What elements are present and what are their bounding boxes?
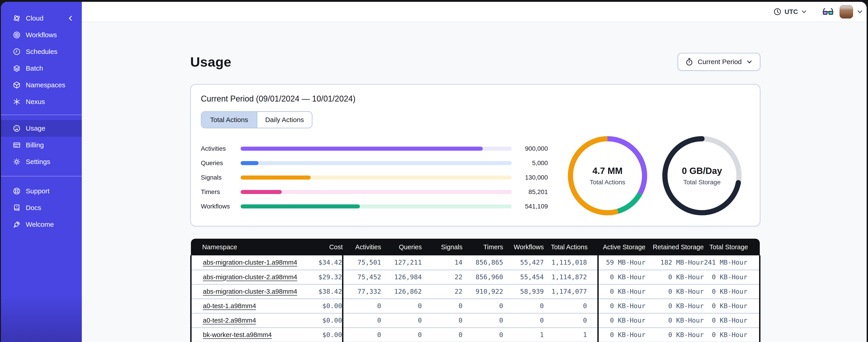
value-cell: 0 xyxy=(544,299,598,313)
value-cell: 0 KB-Hour xyxy=(646,313,704,328)
gauge-icon xyxy=(13,124,21,132)
sidebar-item-label: Workflows xyxy=(26,31,75,39)
labs-glasses-icon[interactable] xyxy=(823,7,834,17)
bar-row-signals: Signals130,000 xyxy=(201,170,548,185)
chevron-down-icon xyxy=(801,9,807,15)
tab-daily-actions[interactable]: Daily Actions xyxy=(257,112,312,128)
value-cell: $0.00 xyxy=(298,299,343,313)
bar-value: 541,109 xyxy=(512,203,548,210)
column-header-total-storage: Total Storage xyxy=(704,239,760,255)
desktop: Cloud WorkflowsSchedulesBatchNamespacesN… xyxy=(0,0,868,342)
rocket-icon xyxy=(13,220,21,229)
namespace-link[interactable]: a0-test-1.a98mm4 xyxy=(203,302,256,309)
namespace-link[interactable]: abs-migration-cluster-3.a98mm4 xyxy=(203,288,297,295)
value-cell: 0 xyxy=(462,328,503,342)
tab-total-actions[interactable]: Total Actions xyxy=(202,112,257,128)
namespace-usage-table: NamespaceCostActivitiesQueriesSignalsTim… xyxy=(190,239,761,342)
value-cell: 126,862 xyxy=(381,284,422,299)
namespaces-icon xyxy=(13,81,21,89)
column-header-timers: Timers xyxy=(462,239,503,255)
sidebar-item-nexus[interactable]: Nexus xyxy=(1,93,82,110)
sidebar-item-label: Docs xyxy=(26,204,75,212)
current-period-card: Current Period (09/01/2024 — 10/01/2024)… xyxy=(190,84,761,227)
column-header-signals: Signals xyxy=(422,239,462,255)
chevron-down-icon xyxy=(746,59,752,65)
sidebar-item-label: Batch xyxy=(26,65,75,72)
donut-label: Total Actions xyxy=(590,179,625,186)
bar-label: Signals xyxy=(201,174,241,181)
namespace-cell: abs-migration-cluster-3.a98mm4 xyxy=(191,284,298,299)
sidebar-item-label: Nexus xyxy=(26,98,75,106)
table-row: abs-migration-cluster-1.a98mm4$34.4275,5… xyxy=(191,255,760,270)
bar-track xyxy=(241,175,512,179)
bar-track xyxy=(241,147,512,151)
sidebar-item-docs[interactable]: Docs xyxy=(1,199,82,216)
value-cell: 126,984 xyxy=(381,270,422,284)
column-header-namespace: Namespace xyxy=(191,239,298,255)
sidebar-item-label: Namespaces xyxy=(26,81,75,89)
value-cell: 0 KB-Hour xyxy=(598,299,646,313)
sidebar-item-cloud[interactable]: Cloud xyxy=(1,10,82,27)
value-cell: $0.00 xyxy=(298,313,343,328)
bar-label: Queries xyxy=(201,160,241,167)
bar-fill xyxy=(241,190,282,194)
bar-fill xyxy=(241,204,360,208)
column-header-cost: Cost xyxy=(298,239,343,255)
table-row: abs-migration-cluster-3.a98mm4$38.4277,3… xyxy=(191,284,760,299)
sidebar-item-usage[interactable]: Usage xyxy=(1,120,82,137)
timezone-selector[interactable]: UTC xyxy=(770,5,811,18)
value-cell: 0 xyxy=(381,299,422,313)
sidebar-item-schedules[interactable]: Schedules xyxy=(1,43,82,60)
sidebar-item-billing[interactable]: Billing xyxy=(1,137,82,153)
donut-value: 4.7 MM xyxy=(592,166,622,176)
sidebar-item-label: Cloud xyxy=(26,14,62,22)
value-cell: 0 KB-Hour xyxy=(598,313,646,328)
bar-value: 5,000 xyxy=(512,160,548,167)
value-cell: 0 xyxy=(422,299,462,313)
sidebar-item-welcome[interactable]: Welcome xyxy=(1,216,82,233)
value-cell: 127,211 xyxy=(381,255,422,270)
bar-fill xyxy=(241,161,258,165)
account-menu-chevron[interactable] xyxy=(857,8,863,15)
chevron-down-icon xyxy=(857,8,863,15)
sidebar-item-label: Schedules xyxy=(26,48,75,56)
value-cell: 75,501 xyxy=(343,255,381,270)
namespace-cell: abs-migration-cluster-2.a98mm4 xyxy=(191,270,298,284)
namespace-link[interactable]: abs-migration-cluster-1.a98mm4 xyxy=(203,259,297,266)
value-cell: 0 xyxy=(544,313,598,328)
sidebar-item-label: Welcome xyxy=(26,220,75,228)
table-row: abs-migration-cluster-2.a98mm4$29.3275,4… xyxy=(191,270,760,284)
sidebar-top-group: Cloud xyxy=(1,2,82,27)
sidebar-item-batch[interactable]: Batch xyxy=(1,60,82,77)
namespace-link[interactable]: abs-migration-cluster-2.a98mm4 xyxy=(203,273,297,281)
temporal-logo-icon xyxy=(13,14,21,22)
bar-row-activities: Activities900,000 xyxy=(201,141,548,156)
period-selector-button[interactable]: Current Period xyxy=(678,53,761,71)
value-cell: 59 MB-Hour xyxy=(598,255,646,270)
value-cell: 75,452 xyxy=(343,270,381,284)
workflows-icon xyxy=(13,31,21,39)
donut-center: 4.7 MMTotal Actions xyxy=(568,136,647,215)
column-header-queries: Queries xyxy=(381,239,422,255)
namespace-link[interactable]: bk-worker-test.a98mm4 xyxy=(203,331,272,338)
value-cell: 1,115,018 xyxy=(544,255,598,270)
value-cell: 0 xyxy=(503,313,544,328)
value-cell: 1 xyxy=(544,328,598,342)
lifebuoy-icon xyxy=(13,187,21,195)
sidebar-item-settings[interactable]: Settings xyxy=(1,153,82,170)
actions-bar-chart: Activities900,000Queries5,000Signals130,… xyxy=(201,141,548,214)
bar-row-queries: Queries5,000 xyxy=(201,156,548,170)
card-title: Current Period (09/01/2024 — 10/01/2024) xyxy=(201,94,750,104)
sidebar-item-workflows[interactable]: Workflows xyxy=(1,27,82,43)
sidebar-item-support[interactable]: Support xyxy=(1,183,82,199)
collapse-sidebar-icon[interactable] xyxy=(67,14,75,22)
sidebar-item-namespaces[interactable]: Namespaces xyxy=(1,77,82,93)
value-cell: 0 KB-Hour xyxy=(598,328,646,342)
avatar[interactable] xyxy=(840,5,853,19)
value-cell: 77,332 xyxy=(343,284,381,299)
namespace-link[interactable]: a0-test-2.a98mm4 xyxy=(203,317,256,324)
credit-card-icon xyxy=(13,141,21,149)
value-cell: 0 xyxy=(462,313,503,328)
bar-track xyxy=(241,190,512,194)
sidebar-item-label: Settings xyxy=(26,158,75,166)
